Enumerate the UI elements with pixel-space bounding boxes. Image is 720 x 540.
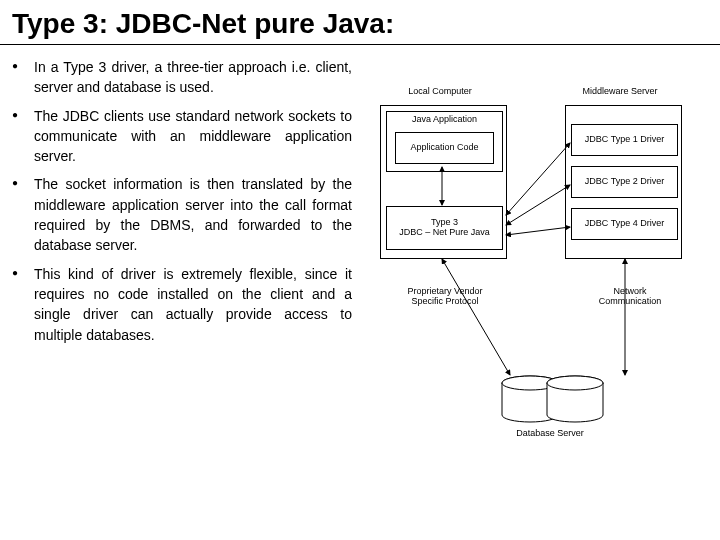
architecture-diagram: Local Computer Middleware Server Java Ap… [370, 87, 690, 457]
middleware-server-label: Middleware Server [570, 87, 670, 97]
list-item: This kind of driver is extremely flexibl… [12, 264, 352, 345]
list-item: In a Type 3 driver, a three-tier approac… [12, 57, 352, 98]
bullet-column: In a Type 3 driver, a three-tier approac… [12, 57, 362, 457]
database-cylinder-right [545, 375, 605, 425]
middleware-server-box: JDBC Type 1 Driver JDBC Type 2 Driver JD… [565, 105, 682, 259]
java-application-text: Java Application [387, 115, 502, 125]
svg-line-1 [506, 143, 570, 215]
type3-driver-box: Type 3 JDBC – Net Pure Java [386, 206, 503, 250]
svg-line-3 [506, 227, 570, 235]
svg-line-2 [506, 185, 570, 225]
svg-line-5 [442, 259, 510, 375]
network-communication-label: Network Communication [580, 287, 680, 307]
local-computer-label: Local Computer [390, 87, 490, 97]
bullet-list: In a Type 3 driver, a three-tier approac… [12, 57, 352, 345]
database-server-label: Database Server [500, 429, 600, 439]
diagram-column: Local Computer Middleware Server Java Ap… [362, 57, 700, 457]
proprietary-protocol-label: Proprietary Vendor Specific Protocol [390, 287, 500, 307]
jdbc-type4-box: JDBC Type 4 Driver [571, 208, 678, 240]
svg-point-9 [547, 376, 603, 390]
java-application-box: Java Application Application Code [386, 111, 503, 172]
application-code-box: Application Code [395, 132, 494, 164]
content-area: In a Type 3 driver, a three-tier approac… [0, 57, 720, 457]
list-item: The socket information is then translate… [12, 174, 352, 255]
jdbc-type1-box: JDBC Type 1 Driver [571, 124, 678, 156]
local-computer-box: Java Application Application Code Type 3… [380, 105, 507, 259]
jdbc-type2-box: JDBC Type 2 Driver [571, 166, 678, 198]
list-item: The JDBC clients use standard network so… [12, 106, 352, 167]
slide-title: Type 3: JDBC-Net pure Java: [0, 0, 720, 45]
